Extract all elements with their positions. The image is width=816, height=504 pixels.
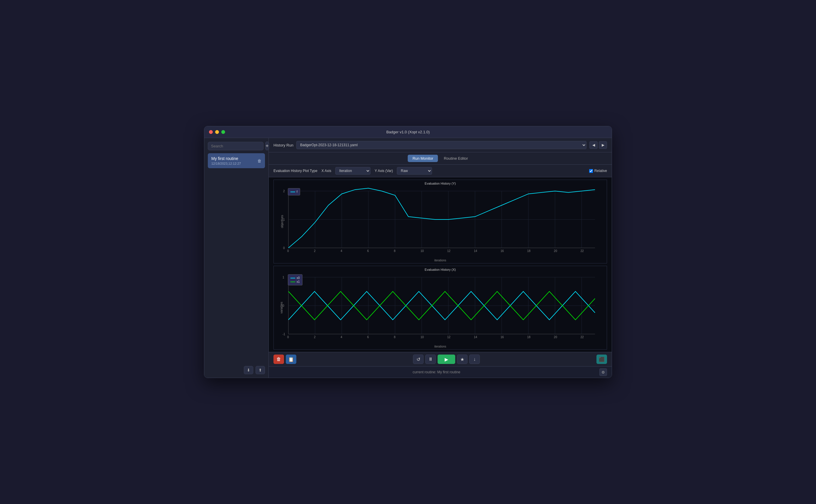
statusbar: current routine: My first routine ⚙ bbox=[269, 366, 612, 378]
tabs-bar: Run Monitor Routine Editor bbox=[269, 152, 612, 165]
content-area: History Run BadgerOpt-2023-12-18-121311.… bbox=[269, 138, 612, 378]
relative-checkbox-group: Relative bbox=[589, 169, 607, 173]
titlebar: Badger v1.0 (Xopt v2.1.0) bbox=[204, 126, 612, 138]
run-button[interactable]: ▶ bbox=[438, 355, 455, 364]
top-chart-x-label: iterations bbox=[434, 259, 446, 262]
app-window: Badger v1.0 (Xopt v2.1.0) + My first rou… bbox=[204, 126, 612, 378]
plot-controls: Evaluation History Plot Type X Axis Iter… bbox=[269, 165, 612, 177]
bottom-toolbar: 🗑 📋 ↺ ⏸ ▶ ★ ↓ ⬛ bbox=[269, 352, 612, 366]
close-button[interactable] bbox=[209, 130, 213, 134]
prev-arrow-button[interactable]: ◀ bbox=[589, 141, 598, 149]
history-run-select[interactable]: BadgerOpt-2023-12-18-121311.yaml bbox=[296, 141, 587, 149]
copy-button[interactable]: 📋 bbox=[286, 355, 296, 364]
next-arrow-button[interactable]: ▶ bbox=[599, 141, 607, 149]
pause-button[interactable]: ⏸ bbox=[425, 355, 436, 364]
gear-button[interactable]: ⚙ bbox=[599, 368, 607, 376]
bottom-chart: Evaluation History (X) variables iterati… bbox=[273, 266, 607, 350]
top-chart-y-label: objectives bbox=[281, 215, 284, 228]
y-axis-label: Y Axis (Var) bbox=[375, 169, 393, 173]
sidebar-bottom-buttons: ⬇ ⬆ bbox=[208, 364, 265, 374]
routine-info: My first routine 12/18/2023,12:12:27 bbox=[211, 156, 241, 165]
bottom-chart-y-label: variables bbox=[280, 302, 283, 314]
minimize-button[interactable] bbox=[215, 130, 219, 134]
top-chart-canvas bbox=[274, 185, 601, 260]
x-axis-select[interactable]: Iteration bbox=[335, 167, 370, 175]
import-button[interactable]: ⬇ bbox=[244, 366, 253, 374]
history-run-label: History Run bbox=[273, 143, 293, 147]
sidebar: + My first routine 12/18/2023,12:12:27 🗑… bbox=[204, 138, 269, 378]
legend-x0-label: x0 bbox=[297, 276, 300, 280]
delete-button[interactable]: 🗑 bbox=[273, 355, 284, 364]
bottom-chart-legend: x0 x1 bbox=[288, 274, 302, 285]
relative-checkbox[interactable] bbox=[589, 169, 593, 173]
bottom-chart-x-label: iterations bbox=[434, 345, 446, 348]
bottom-chart-title: Evaluation History (X) bbox=[274, 266, 607, 271]
relative-label: Relative bbox=[594, 169, 607, 173]
window-title: Badger v1.0 (Xopt v2.1.0) bbox=[386, 130, 430, 134]
search-bar: + bbox=[208, 142, 265, 150]
add-routine-button[interactable]: + bbox=[265, 142, 269, 150]
bottom-chart-canvas bbox=[274, 271, 601, 346]
top-chart-title: Evaluation History (Y) bbox=[274, 180, 607, 185]
search-input[interactable] bbox=[208, 142, 263, 150]
history-run-bar: History Run BadgerOpt-2023-12-18-121311.… bbox=[269, 138, 612, 152]
x-axis-label: X Axis bbox=[322, 169, 331, 173]
star-button[interactable]: ★ bbox=[457, 355, 467, 364]
down-arrow-button[interactable]: ↓ bbox=[469, 355, 480, 364]
nav-arrows: ◀ ▶ bbox=[589, 141, 607, 149]
status-text: current routine: My first routine bbox=[273, 370, 599, 374]
top-chart: Evaluation History (Y) objectives iterat… bbox=[273, 180, 607, 263]
routine-name: My first routine bbox=[211, 156, 241, 161]
charts-area: Evaluation History (Y) objectives iterat… bbox=[269, 177, 612, 352]
top-chart-legend: f bbox=[288, 188, 300, 195]
tab-routine-editor[interactable]: Routine Editor bbox=[439, 155, 472, 162]
legend-f-label: f bbox=[297, 190, 297, 193]
export-button[interactable]: ⬆ bbox=[256, 366, 265, 374]
legend-x1-label: x1 bbox=[297, 280, 300, 283]
y-axis-select[interactable]: Raw bbox=[397, 167, 432, 175]
routine-list-item[interactable]: My first routine 12/18/2023,12:12:27 🗑 bbox=[208, 153, 265, 168]
plot-type-label: Evaluation History Plot Type bbox=[273, 169, 317, 173]
maximize-button[interactable] bbox=[221, 130, 225, 134]
delete-routine-icon[interactable]: 🗑 bbox=[257, 159, 261, 163]
tab-run-monitor[interactable]: Run Monitor bbox=[408, 155, 438, 162]
box-button[interactable]: ⬛ bbox=[596, 355, 607, 364]
routine-date: 12/18/2023,12:12:27 bbox=[211, 162, 241, 165]
reset-button[interactable]: ↺ bbox=[413, 355, 424, 364]
